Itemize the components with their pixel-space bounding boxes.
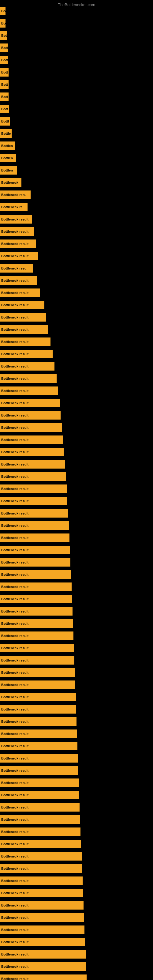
bar-row: Bottlen [0,154,16,162]
bottleneck-result-bar: Bottleneck result [0,962,86,971]
bottleneck-result-bar: Bottleneck result [0,240,36,248]
bottleneck-result-bar: Bottleneck result [0,766,78,775]
bar-row: Bottleneck result [0,215,32,224]
bottleneck-result-bar: Bottleneck result [0,864,82,873]
bar-row: Bottleneck result [0,546,70,554]
bar-row: Bott [0,80,9,89]
bar-row: Bottleneck result [0,582,72,591]
bar-row: Bottleneck result [0,337,51,346]
bar-row: Bottleneck result [0,374,57,383]
bar-row: Bott [0,92,9,101]
bar-row: Bottleneck result [0,962,86,971]
bar-row: Bottleneck result [0,399,60,407]
bottleneck-result-bar: Bottleneck result [0,607,73,616]
bottleneck-result-bar: Bottleneck result [0,717,76,726]
bar-row: Bottleneck result [0,803,80,811]
bar-row: Bott [0,68,9,76]
bottleneck-result-bar: Bottleneck result [0,693,76,701]
bottleneck-result-bar: Bottleneck result [0,301,45,309]
bottleneck-result-bar: Bottleneck result [0,337,51,346]
bottleneck-result-bar: Bottleneck result [0,509,68,517]
bar-row: Bottleneck result [0,975,87,980]
bar-row: Bottleneck result [0,705,76,714]
bar-row: Bottleneck result [0,778,79,787]
bar-row: Bottleneck result [0,656,74,665]
bar-row: Bottleneck result [0,815,80,824]
bottleneck-result-bar: Bottle [0,129,12,138]
bar-row: Bottleneck [0,178,21,187]
bottleneck-result-bar: Bottleneck result [0,288,40,297]
bar-row: Bottleneck result [0,730,77,738]
bottleneck-result-bar: Bott [0,43,8,52]
bottleneck-result-bar: Bottleneck result [0,852,82,861]
bottleneck-result-bar: Bottleneck result [0,227,34,236]
bar-row: Bottleneck result [0,533,70,542]
bar-row: Bottleneck result [0,313,46,321]
bar-row: Bottleneck result [0,619,73,628]
bar-row: Bottleneck result [0,632,73,640]
bottleneck-result-bar: Bottleneck resu [0,191,30,199]
bar-row: Bottleneck result [0,288,40,297]
bottleneck-result-bar: Bottleneck result [0,387,58,395]
bar-row: Bott [0,56,8,64]
bottleneck-result-bar: Bottleneck result [0,497,67,505]
bar-row: Bottle [0,129,12,138]
bottleneck-result-bar: Bottleneck result [0,423,62,432]
bottleneck-result-bar: Bottleneck result [0,582,72,591]
bar-row: Bottleneck result [0,791,79,799]
bottleneck-result-bar: Bottleneck result [0,546,70,554]
bottleneck-result-bar: Bottleneck result [0,448,64,456]
bottleneck-result-bar: Bottleneck re [0,203,27,211]
bottleneck-result-bar: Bottleneck result [0,570,71,579]
bottleneck-result-bar: Bottleneck result [0,313,46,321]
bar-row: Bottleneck result [0,276,37,285]
bottleneck-result-bar: Bottleneck result [0,778,79,787]
bar-row: Bottleneck result [0,901,83,910]
bottleneck-result-bar: Bottleneck result [0,460,65,469]
bottleneck-result-bar: Bottleneck result [0,913,84,922]
bar-row: Bottleneck result [0,717,76,726]
bottleneck-result-bar: Bott [0,56,8,64]
bar-row: Bottleneck result [0,387,58,395]
bar-row: Bottleneck result [0,460,65,469]
bottleneck-result-bar: Bott [0,105,9,113]
bar-row: Bottleneck result [0,668,75,677]
bar-row: Bottleneck result [0,681,75,689]
bottleneck-result-bar: Bottlen [0,142,15,150]
bottleneck-result-bar: Bottleneck result [0,644,74,652]
bottleneck-result-bar: Bottleneck result [0,632,73,640]
bar-row: Bottleneck result [0,240,36,248]
bottleneck-result-bar: Bottleneck result [0,252,38,260]
bar-row: Bottleneck re [0,203,27,211]
bar-row: Bottleneck result [0,840,81,848]
bar-row: Bottleneck result [0,558,70,566]
bar-row: Bottleneck result [0,509,68,517]
bottleneck-result-bar: Bottleneck result [0,938,85,946]
bar-row: Bottleneck resu [0,191,30,199]
bottleneck-result-bar: Bottleneck result [0,411,61,420]
bar-row: Bottleneck result [0,926,84,934]
bottleneck-result-bar: Bottleneck resu [0,264,33,272]
bar-row: Bottleneck result [0,693,76,701]
bar-row: Bottleneck result [0,644,74,652]
bar-row: Bottleneck result [0,227,34,236]
bar-row: Bottleneck result [0,301,45,309]
bar-row: Bottleneck result [0,595,72,603]
bottleneck-result-bar: Bottleneck result [0,374,57,383]
bar-row: Bottleneck result [0,889,83,897]
bottleneck-result-bar: Bottleneck result [0,533,70,542]
bottleneck-result-bar: Bottleneck result [0,901,83,910]
bar-row: Bottleneck result [0,864,82,873]
bar-row: Bottleneck result [0,521,69,530]
bar-row: Bottleneck result [0,497,67,505]
bar-row: Bottleneck result [0,827,80,836]
bottleneck-result-bar: Bottleneck result [0,521,69,530]
bottleneck-result-bar: Bottleneck result [0,840,81,848]
bottleneck-result-bar: Bottleneck result [0,730,77,738]
bar-row: Bottleneck result [0,325,48,334]
bottleneck-result-bar: Bottleneck result [0,803,80,811]
bar-row: Bott [0,105,9,113]
bar-row: Bo [0,19,5,27]
bar-row: Bottleneck result [0,485,67,493]
bottleneck-result-bar: Bottleneck result [0,656,74,665]
